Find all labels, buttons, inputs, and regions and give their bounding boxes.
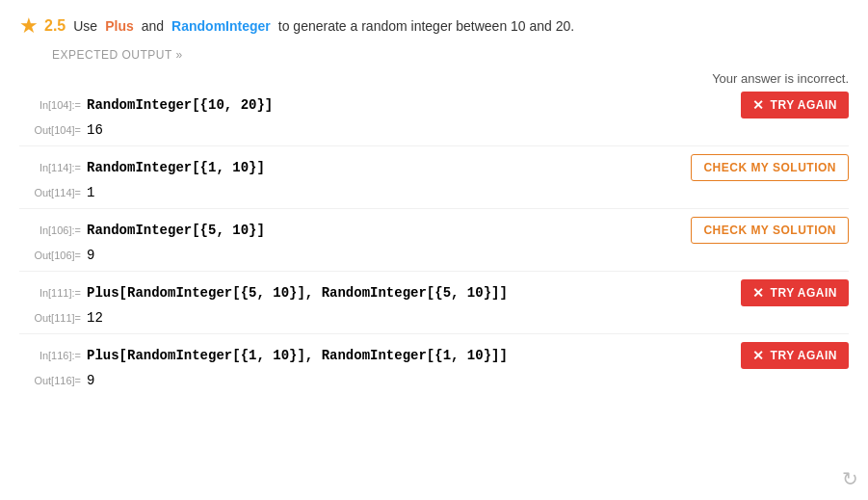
x-icon-3: ✕ [752,348,765,363]
try-again-label-3: TRY AGAIN [771,349,837,362]
cell-output-row-4: Out[111]= 12 [19,308,849,328]
cell-out-label-3: Out[106]= [19,250,87,261]
divider-2 [19,208,849,209]
cell-in-label-2: In[114]:= [19,162,87,173]
cell-pair-5: In[116]:= Plus[RandomInteger[{1, 10}], R… [19,340,849,390]
try-again-button-2[interactable]: ✕ TRY AGAIN [741,279,849,306]
random-integer-link[interactable]: RandomInteger [171,18,271,34]
divider-4 [19,333,849,334]
cell-code-5: Plus[RandomInteger[{1, 10}], RandomInteg… [87,348,704,363]
cell-output-row-1: Out[104]= 16 [19,120,849,140]
cell-output-value-3: 9 [87,248,704,263]
try-again-label-2: TRY AGAIN [771,286,837,300]
divider-3 [19,271,849,272]
check-label-2: CHECK MY SOLUTION [703,224,836,237]
try-again-button-1[interactable]: ✕ TRY AGAIN [741,92,849,118]
cell-code-4: Plus[RandomInteger[{5, 10}], RandomInteg… [87,285,704,301]
action-cell-1: ✕ TRY AGAIN [704,92,849,118]
cell-code-3: RandomInteger[{5, 10}] [87,223,691,238]
cell-out-label-2: Out[114]= [19,187,87,198]
x-icon-2: ✕ [752,285,765,301]
cell-in-label-3: In[106]:= [19,224,87,236]
cell-output-row-5: Out[116]= 9 [19,371,849,390]
cell-input-row-1: In[104]:= RandomInteger[{10, 20}] ✕ TRY … [19,90,849,120]
cell-input-row-4: In[111]:= Plus[RandomInteger[{5, 10}], R… [19,277,849,308]
cell-pair-1: In[104]:= RandomInteger[{10, 20}] ✕ TRY … [19,90,849,140]
cell-out-label-1: Out[104]= [19,124,87,136]
expected-output-toggle[interactable]: EXPECTED OUTPUT » [0,46,868,71]
problem-header: ★ 2.5 Use Plus and RandomInteger to gene… [0,0,868,46]
cell-output-value-5: 9 [87,373,704,388]
cell-input-row-2: In[114]:= RandomInteger[{1, 10}] CHECK M… [19,152,849,183]
problem-text-mid: and [142,18,164,34]
scroll-icon: ↻ [842,467,858,490]
cell-input-row-5: In[116]:= Plus[RandomInteger[{1, 10}], R… [19,340,849,371]
cell-output-value-1: 16 [87,122,704,138]
action-cell-5: ✕ TRY AGAIN [704,342,849,369]
cell-pair-2: In[114]:= RandomInteger[{1, 10}] CHECK M… [19,152,849,202]
problem-text-post: to generate a random integer between 10 … [278,18,574,34]
cell-pair-3: In[106]:= RandomInteger[{5, 10}] CHECK M… [19,215,849,265]
divider-1 [19,145,849,146]
plus-link[interactable]: Plus [105,18,134,34]
cell-code-1: RandomInteger[{10, 20}] [87,97,704,113]
problem-text-pre: Use [73,18,97,34]
badge-container: ★ 2.5 [19,13,66,39]
cell-pair-4: In[111]:= Plus[RandomInteger[{5, 10}], R… [19,277,849,328]
action-cell-2: CHECK MY SOLUTION [691,154,849,181]
cell-output-row-2: Out[114]= 1 [19,183,849,202]
cell-output-value-4: 12 [87,310,704,326]
check-solution-button-2[interactable]: CHECK MY SOLUTION [691,217,849,244]
cell-output-row-3: Out[106]= 9 [19,246,849,265]
cell-input-row-3: In[106]:= RandomInteger[{5, 10}] CHECK M… [19,215,849,246]
action-cell-4: ✕ TRY AGAIN [704,279,849,306]
cell-in-label-1: In[104]:= [19,99,87,111]
star-icon: ★ [19,13,39,39]
cell-in-label-4: In[111]:= [19,287,87,299]
x-icon-1: ✕ [752,97,765,113]
cell-output-value-2: 1 [87,185,704,200]
action-cell-3: CHECK MY SOLUTION [691,217,849,244]
incorrect-message: Your answer is incorrect. [0,71,868,86]
cells-container: In[104]:= RandomInteger[{10, 20}] ✕ TRY … [0,90,868,390]
cell-out-label-5: Out[116]= [19,375,87,386]
cell-in-label-5: In[116]:= [19,350,87,361]
check-label-1: CHECK MY SOLUTION [703,161,836,174]
try-again-label-1: TRY AGAIN [771,98,837,112]
try-again-button-3[interactable]: ✕ TRY AGAIN [741,342,849,369]
cell-out-label-4: Out[111]= [19,312,87,324]
problem-number: 2.5 [44,17,66,35]
check-solution-button-1[interactable]: CHECK MY SOLUTION [691,154,849,181]
cell-code-2: RandomInteger[{1, 10}] [87,160,691,175]
